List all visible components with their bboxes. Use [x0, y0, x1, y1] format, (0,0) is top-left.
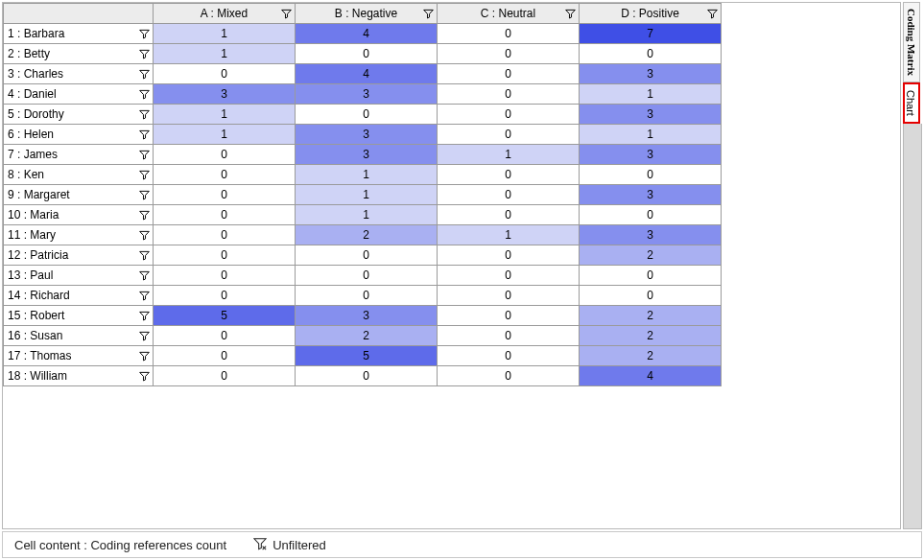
funnel-icon[interactable]: [138, 48, 150, 59]
row-header[interactable]: 11 : Mary: [4, 225, 154, 245]
data-cell[interactable]: 3: [580, 145, 722, 165]
data-cell[interactable]: 2: [580, 245, 722, 266]
data-cell[interactable]: 0: [438, 185, 580, 205]
data-cell[interactable]: 0: [438, 245, 580, 266]
data-cell[interactable]: 0: [154, 205, 296, 225]
data-cell[interactable]: 5: [154, 306, 296, 326]
data-cell[interactable]: 0: [154, 326, 296, 346]
column-header-C[interactable]: C : Neutral: [438, 4, 580, 24]
row-header[interactable]: 16 : Susan: [4, 326, 154, 346]
table-scroll[interactable]: A : MixedB : NegativeC : NeutralD : Posi…: [3, 3, 900, 528]
data-cell[interactable]: 1: [296, 165, 438, 185]
row-header[interactable]: 12 : Patricia: [4, 245, 154, 266]
funnel-icon[interactable]: [138, 88, 150, 100]
data-cell[interactable]: 5: [296, 346, 438, 366]
row-header[interactable]: 14 : Richard: [4, 286, 154, 306]
data-cell[interactable]: 1: [438, 145, 580, 165]
data-cell[interactable]: 0: [438, 125, 580, 145]
data-cell[interactable]: 0: [580, 266, 722, 286]
row-header[interactable]: 7 : James: [4, 145, 154, 165]
funnel-icon[interactable]: [138, 249, 150, 261]
data-cell[interactable]: 1: [296, 205, 438, 225]
column-header-A[interactable]: A : Mixed: [154, 4, 296, 24]
funnel-icon[interactable]: [138, 68, 150, 80]
data-cell[interactable]: 0: [438, 84, 580, 105]
funnel-icon[interactable]: [564, 8, 576, 19]
data-cell[interactable]: 3: [296, 145, 438, 165]
data-cell[interactable]: 0: [438, 346, 580, 366]
data-cell[interactable]: 0: [438, 205, 580, 225]
funnel-icon[interactable]: [138, 229, 150, 241]
data-cell[interactable]: 2: [296, 225, 438, 245]
data-cell[interactable]: 0: [154, 145, 296, 165]
data-cell[interactable]: 0: [438, 306, 580, 326]
funnel-icon[interactable]: [138, 370, 150, 382]
data-cell[interactable]: 1: [296, 185, 438, 205]
data-cell[interactable]: 1: [438, 225, 580, 245]
row-header[interactable]: 5 : Dorothy: [4, 105, 154, 125]
data-cell[interactable]: 0: [296, 366, 438, 386]
data-cell[interactable]: 3: [580, 64, 722, 84]
data-cell[interactable]: 3: [154, 84, 296, 105]
data-cell[interactable]: 0: [154, 346, 296, 366]
data-cell[interactable]: 0: [580, 44, 722, 64]
column-header-B[interactable]: B : Negative: [296, 4, 438, 24]
data-cell[interactable]: 0: [154, 185, 296, 205]
funnel-icon[interactable]: [138, 310, 150, 321]
data-cell[interactable]: 0: [438, 105, 580, 125]
data-cell[interactable]: 4: [296, 24, 438, 44]
data-cell[interactable]: 0: [438, 64, 580, 84]
row-header[interactable]: 2 : Betty: [4, 44, 154, 64]
data-cell[interactable]: 3: [296, 306, 438, 326]
funnel-icon[interactable]: [706, 8, 718, 19]
data-cell[interactable]: 1: [154, 125, 296, 145]
data-cell[interactable]: 0: [154, 366, 296, 386]
row-header[interactable]: 9 : Margaret: [4, 185, 154, 205]
tab-coding-matrix[interactable]: Coding Matrix: [903, 2, 920, 82]
data-cell[interactable]: 0: [154, 64, 296, 84]
data-cell[interactable]: 2: [580, 346, 722, 366]
row-header[interactable]: 10 : Maria: [4, 205, 154, 225]
data-cell[interactable]: 0: [580, 165, 722, 185]
data-cell[interactable]: 1: [154, 24, 296, 44]
data-cell[interactable]: 3: [580, 225, 722, 245]
funnel-icon[interactable]: [138, 108, 150, 120]
data-cell[interactable]: 3: [296, 125, 438, 145]
funnel-icon[interactable]: [138, 189, 150, 200]
funnel-icon[interactable]: [280, 8, 292, 19]
funnel-icon[interactable]: [138, 330, 150, 341]
data-cell[interactable]: 0: [438, 165, 580, 185]
data-cell[interactable]: 0: [296, 286, 438, 306]
data-cell[interactable]: 0: [438, 326, 580, 346]
row-header[interactable]: 1 : Barbara: [4, 24, 154, 44]
row-header[interactable]: 17 : Thomas: [4, 346, 154, 366]
data-cell[interactable]: 4: [296, 64, 438, 84]
data-cell[interactable]: 0: [580, 286, 722, 306]
tab-chart[interactable]: Chart: [903, 82, 920, 124]
data-cell[interactable]: 1: [154, 44, 296, 64]
data-cell[interactable]: 2: [296, 326, 438, 346]
data-cell[interactable]: 0: [296, 245, 438, 266]
funnel-icon[interactable]: [138, 28, 150, 39]
data-cell[interactable]: 0: [154, 266, 296, 286]
data-cell[interactable]: 0: [438, 266, 580, 286]
data-cell[interactable]: 3: [296, 84, 438, 105]
data-cell[interactable]: 0: [438, 366, 580, 386]
funnel-icon[interactable]: [138, 149, 150, 160]
funnel-icon[interactable]: [138, 350, 150, 362]
data-cell[interactable]: 0: [438, 24, 580, 44]
row-header[interactable]: 13 : Paul: [4, 266, 154, 286]
data-cell[interactable]: 0: [438, 44, 580, 64]
data-cell[interactable]: 4: [580, 366, 722, 386]
data-cell[interactable]: 0: [296, 105, 438, 125]
vertical-scrollbar[interactable]: [903, 124, 922, 529]
data-cell[interactable]: 3: [580, 105, 722, 125]
funnel-icon[interactable]: [138, 128, 150, 140]
data-cell[interactable]: 0: [580, 205, 722, 225]
funnel-icon[interactable]: [138, 209, 150, 221]
funnel-icon[interactable]: [138, 169, 150, 180]
funnel-icon[interactable]: [138, 269, 150, 281]
row-header[interactable]: 15 : Robert: [4, 306, 154, 326]
data-cell[interactable]: 0: [296, 44, 438, 64]
data-cell[interactable]: 0: [154, 225, 296, 245]
